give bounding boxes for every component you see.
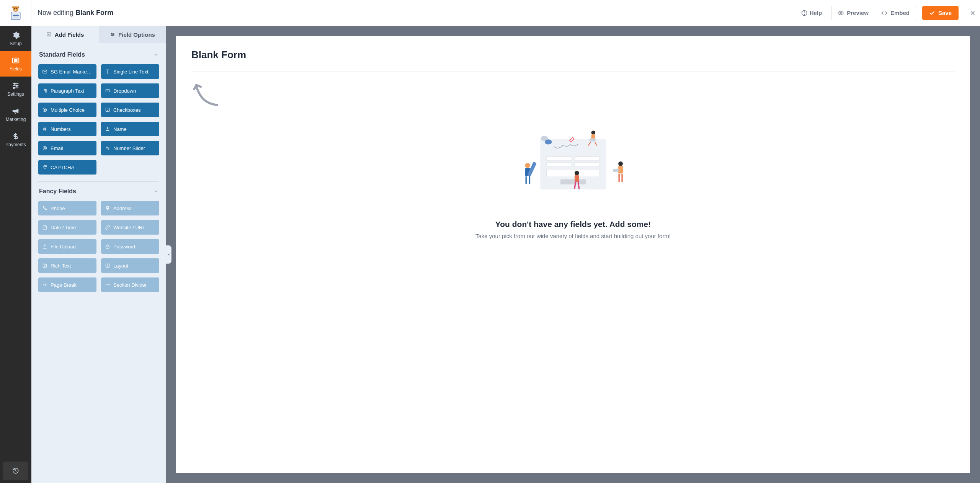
preview-label: Preview [847,10,869,16]
svg-point-5 [15,9,16,11]
svg-rect-78 [618,166,623,174]
help-link[interactable]: Help [798,6,825,20]
page-title: Now editing Blank Form [31,9,798,17]
field-label: SG Email Market… [51,69,93,75]
tab-add-fields[interactable]: Add Fields [31,26,99,43]
field-label: Date / Time [51,225,76,230]
empty-subtext: Take your pick from our wide variety of … [191,233,955,239]
name-icon [105,126,110,132]
svg-rect-66 [560,179,586,184]
field-email[interactable]: Email [38,141,96,155]
numbers-icon [42,126,47,132]
nav-setup-label: Setup [10,41,21,46]
field-file-upload[interactable]: File Upload [38,239,96,254]
preview-button[interactable]: Preview [831,6,875,20]
field-layout[interactable]: Layout [101,258,159,273]
field-label: Name [113,126,127,132]
embed-label: Embed [890,10,910,16]
title-prefix: Now editing [38,9,74,16]
form-title: Blank Form [191,49,955,61]
checkboxes-icon [105,107,110,113]
field-label: CAPTCHA [51,165,74,170]
app-logo-cell [0,0,31,26]
number-slider-icon [105,145,110,151]
phone-icon [42,206,47,211]
multiple-choice-icon [42,107,47,113]
field-rich-text[interactable]: Rich Text [38,258,96,273]
svg-point-23 [16,85,18,86]
svg-rect-38 [106,108,109,111]
collapse-panel-handle[interactable] [166,245,172,264]
help-icon [801,10,807,16]
field-paragraph-text[interactable]: Paragraph Text [38,83,96,98]
close-button[interactable] [965,0,980,26]
save-button[interactable]: Save [922,6,959,20]
svg-point-33 [112,35,113,36]
field-label: Paragraph Text [51,88,84,94]
single-line-text-icon [105,69,110,74]
tab-field-options[interactable]: Field Options [99,26,166,43]
field-label: Website / URL [113,225,145,230]
wpforms-bear-icon [8,5,24,21]
eye-icon [838,10,844,16]
nav-marketing-label: Marketing [6,117,26,122]
fields-icon [46,32,52,37]
field-checkboxes[interactable]: Checkboxes [101,103,159,117]
field-password[interactable]: Password [101,239,159,254]
nav-settings[interactable]: Settings [0,77,31,102]
section-standard-header[interactable]: Standard Fields [38,47,159,62]
section-fancy-header[interactable]: Fancy Fields [38,184,159,199]
svg-rect-76 [575,175,579,182]
field-dropdown[interactable]: Dropdown [101,83,159,98]
svg-point-1 [12,6,14,8]
svg-rect-65 [547,169,600,177]
date-time-icon [42,225,47,230]
svg-rect-61 [547,157,572,161]
embed-button[interactable]: Embed [875,6,916,20]
section-fancy-title: Fancy Fields [39,188,76,195]
form-name: Blank Form [75,9,113,16]
preview-embed-group: Preview Embed [831,6,916,20]
section-divider-icon [105,282,110,287]
fancy-fields-grid: PhoneAddressDate / TimeWebsite / URLFile… [38,201,159,292]
nav-marketing[interactable]: Marketing [0,102,31,127]
field-phone[interactable]: Phone [38,201,96,215]
field-number-slider[interactable]: Number Slider [101,141,159,155]
sliders-icon [110,32,115,37]
nav-payments[interactable]: Payments [0,127,31,152]
nav-setup[interactable]: Setup [0,26,31,51]
nav-settings-label: Settings [7,91,24,97]
panel-body: Standard Fields SG Email Market…Single L… [31,43,166,483]
field-label: Email [51,145,63,151]
field-numbers[interactable]: Numbers [38,122,96,136]
field-website-url[interactable]: Website / URL [101,220,159,235]
panel-tabs: Add Fields Field Options [31,26,166,43]
svg-point-4 [16,8,17,9]
field-captcha[interactable]: CAPTCHA [38,160,96,175]
svg-rect-53 [106,246,109,248]
svg-point-69 [591,131,596,135]
svg-point-31 [111,33,112,34]
svg-point-3 [14,8,15,9]
field-name[interactable]: Name [101,122,159,136]
file-upload-icon [42,244,47,249]
standard-fields-grid: SG Email Market…Single Line TextParagrap… [38,64,159,175]
rich-text-icon [42,263,47,268]
revisions-button[interactable] [3,462,28,480]
field-page-break[interactable]: Page Break [38,277,96,292]
field-sg-email-marketing[interactable]: SG Email Market… [38,64,96,79]
field-label: Single Line Text [113,69,149,75]
paragraph-text-icon [42,88,47,93]
field-multiple-choice[interactable]: Multiple Choice [38,103,96,117]
field-section-divider[interactable]: Section Divider [101,277,159,292]
gear-icon [11,31,20,39]
fields-panel: Add Fields Field Options Standard Fields… [31,26,166,483]
field-label: Dropdown [113,88,136,94]
field-address[interactable]: Address [101,201,159,215]
field-label: Page Break [51,282,77,288]
form-canvas[interactable]: Blank Form [176,36,970,473]
field-date-time[interactable]: Date / Time [38,220,96,235]
field-single-line-text[interactable]: Single Line Text [101,64,159,79]
svg-point-22 [14,83,15,85]
nav-fields[interactable]: Fields [0,51,31,77]
